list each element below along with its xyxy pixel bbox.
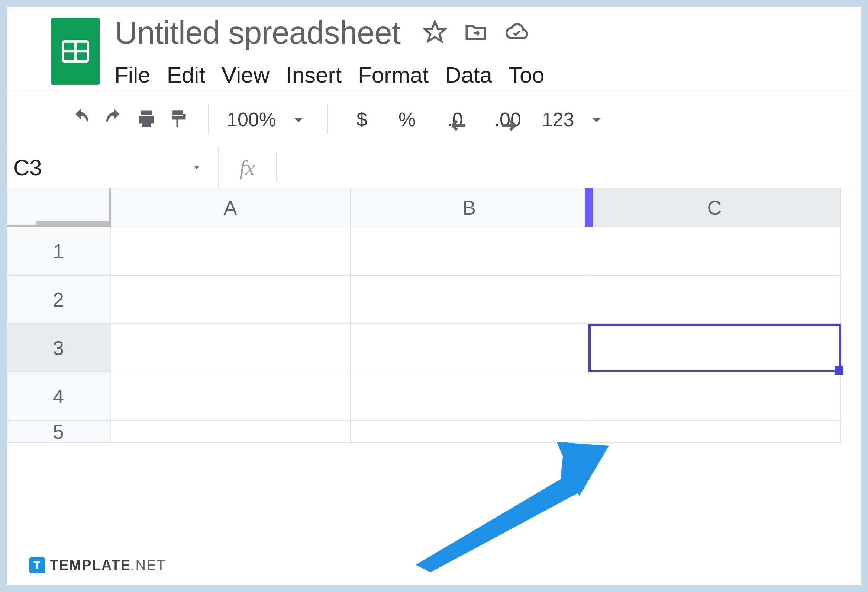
zoom-value: 100% [227,108,276,130]
cell-B3[interactable] [351,324,589,373]
select-all-corner[interactable] [7,188,111,227]
redo-icon[interactable] [103,108,125,131]
svg-marker-4 [425,22,445,41]
toolbar-separator [208,105,209,134]
menu-file[interactable]: File [115,62,151,88]
sheets-logo-icon[interactable] [51,18,100,85]
undo-icon[interactable] [70,108,92,131]
menu-data[interactable]: Data [445,62,492,88]
percent-button[interactable]: % [399,108,416,130]
header: Untitled spreadsheet File Edit View [7,7,861,92]
move-folder-icon[interactable] [464,20,488,46]
watermark: T TEMPLATE.NET [29,557,166,573]
watermark-text: TEMPLATE.NET [50,557,166,573]
row-4: 4 [7,373,861,421]
namebox-row: C3 fx [7,147,861,188]
svg-rect-5 [173,111,183,115]
number-format-label: 123 [542,108,574,130]
decrease-decimal-button[interactable]: .0 [447,108,463,130]
row-header-2[interactable]: 2 [7,276,111,324]
row-header-3[interactable]: 3 [7,324,111,373]
watermark-logo-icon: T [29,557,45,573]
cell-A1[interactable] [111,227,351,276]
active-column-indicator [585,188,593,226]
cloud-saved-icon[interactable] [505,20,529,46]
cell-B2[interactable] [351,276,589,324]
cell-A3[interactable] [111,324,351,373]
toolbar-separator [328,105,328,134]
menu-view[interactable]: View [221,62,270,88]
column-header-C[interactable]: C [589,188,841,227]
row-header-5[interactable]: 5 [7,421,111,443]
row-header-4[interactable]: 4 [7,373,111,421]
row-1: 1 [7,227,861,276]
chevron-down-icon [190,161,203,174]
currency-button[interactable]: $ [356,108,367,130]
name-box[interactable]: C3 [7,147,218,188]
paint-format-icon[interactable] [168,108,190,131]
column-header-B[interactable]: B [351,188,589,227]
row-2: 2 [7,276,861,324]
title-area: Untitled spreadsheet File Edit View [115,14,861,88]
menu-insert[interactable]: Insert [286,62,342,88]
number-format-dropdown[interactable]: 123 [542,108,608,130]
cell-A2[interactable] [111,276,351,324]
star-icon[interactable] [423,20,447,46]
row-5: 5 [7,421,861,443]
menubar: File Edit View Insert Format Data Too [115,62,861,88]
print-icon[interactable] [135,108,158,131]
spreadsheet-grid: A B C 1 2 3 4 [7,188,861,443]
toolbar: 100% $ % .0 .00 123 [7,92,861,147]
cell-A4[interactable] [111,373,351,421]
menu-tools[interactable]: Too [509,62,545,88]
row-header-1[interactable]: 1 [7,227,111,276]
column-headers: A B C [7,188,861,227]
title-row: Untitled spreadsheet [115,14,861,51]
svg-marker-7 [557,442,609,496]
increase-decimal-button[interactable]: .00 [495,108,521,130]
cell-B5[interactable] [351,421,589,443]
document-title[interactable]: Untitled spreadsheet [115,14,400,51]
menu-edit[interactable]: Edit [167,62,205,88]
svg-marker-6 [416,442,605,572]
cell-B1[interactable] [351,227,589,276]
cell-C2[interactable] [589,276,841,324]
chevron-down-icon [586,108,608,130]
annotation-arrow-icon [401,431,624,585]
arrow-left-icon [447,114,469,136]
cell-C1[interactable] [589,227,841,276]
cell-A5[interactable] [111,421,351,443]
menu-format[interactable]: Format [358,62,429,88]
formula-bar[interactable] [276,147,861,188]
row-3: 3 [7,324,861,373]
fx-label: fx [218,153,276,182]
cell-C5[interactable] [589,421,841,443]
title-icons [423,20,529,46]
column-header-A[interactable]: A [111,188,351,227]
cell-C4[interactable] [589,373,841,421]
zoom-dropdown[interactable]: 100% [227,108,310,130]
cell-B4[interactable] [351,373,589,421]
arrow-right-icon [498,114,520,136]
app-window: Untitled spreadsheet File Edit View [7,7,861,585]
cell-reference: C3 [13,155,42,181]
cell-C3[interactable] [589,324,841,373]
chevron-down-icon [287,108,310,130]
